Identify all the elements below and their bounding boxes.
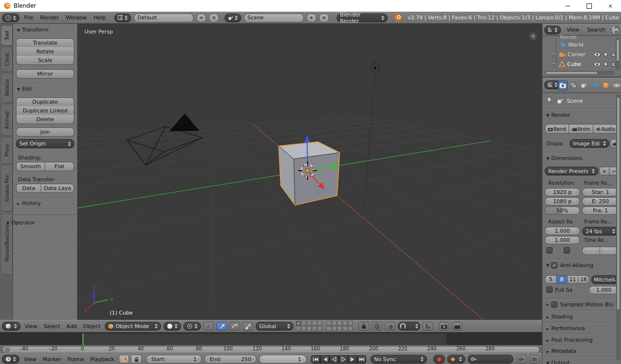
render-audio-button[interactable]: Audio [593,124,619,134]
resolution-x-field[interactable]: ‹1920 p› [545,188,580,196]
translate-manipulator-button[interactable] [216,322,227,331]
layers-widget-group1[interactable] [296,321,323,332]
camera-object[interactable] [127,113,202,165]
render-engine-selector[interactable]: Blender Render [337,14,388,22]
aa-sample-11[interactable]: 11 [568,275,579,284]
next-keyframe-button[interactable] [348,355,357,364]
opengl-render-image-button[interactable] [439,322,449,331]
data-layout-button[interactable]: Data Layo [41,184,74,193]
aa-sample-8[interactable]: 8 [556,275,568,284]
render-border-button[interactable] [372,322,382,331]
close-button[interactable]: × [600,0,621,12]
render-still-button[interactable]: Rend [545,124,569,134]
current-frame-field[interactable]: ‹ 1 › [259,355,307,364]
frame-start-field[interactable]: ‹Star: 1› [582,188,619,196]
play-reverse-button[interactable] [329,355,339,364]
aspect-y-field[interactable]: ‹1.000› [545,236,580,244]
tab-physics[interactable]: Physi [1,137,13,164]
duplicate-linked-button[interactable]: Duplicate Linked [16,106,74,115]
delete-keyframe-button[interactable] [529,355,540,364]
default-cube[interactable] [278,142,340,206]
aa-samples-segment[interactable]: 5 8 11 16 [545,275,589,284]
object-menu[interactable]: Object [81,323,102,330]
breadcrumb[interactable]: Scene [567,98,583,104]
panel-render-header[interactable]: ▼Render [546,112,570,118]
layer-cell[interactable] [327,326,331,331]
expand-icon[interactable]: + [551,62,556,67]
timeline-view-menu[interactable]: View [22,356,38,363]
outliner-row-camera[interactable]: + Camer [542,49,620,59]
border-checkbox[interactable] [546,247,553,253]
snap-element-button[interactable] [423,322,433,331]
panel-edit-header[interactable]: ▼Edit [17,86,32,92]
layer-cell[interactable] [307,321,311,326]
3d-viewport[interactable]: User Persp (1) Cube + z y x [78,24,542,320]
opengl-render-animation-button[interactable] [452,322,462,331]
viewport-shading-selector[interactable] [163,322,181,331]
view-menu[interactable]: View [23,323,39,330]
editor-type-3dview-selector[interactable] [2,322,20,331]
crop-checkbox[interactable] [564,247,570,253]
layer-cell[interactable] [343,326,347,331]
tab-constraints[interactable] [612,80,621,91]
panel-shading-header[interactable]: ►Shading [546,314,573,320]
viewport-canvas[interactable] [78,24,542,320]
delete-scene-button[interactable]: × [319,14,329,22]
lock-to-scene-button[interactable] [359,322,369,331]
aspect-x-field[interactable]: ‹1.000› [545,227,580,235]
jump-to-end-button[interactable] [357,355,366,364]
maximize-button[interactable] [578,0,600,12]
preview-range-button[interactable] [119,355,129,364]
visibility-eye-icon[interactable] [594,62,601,66]
screen-layout-icon-selector[interactable] [114,14,131,22]
panel-antialiasing-header[interactable]: ▼✓Anti-Aliasing [546,262,593,269]
aa-sample-5[interactable]: 5 [545,275,556,284]
layer-cell[interactable] [312,326,317,331]
motion-blur-checkbox[interactable] [551,301,557,308]
menu-render[interactable]: Render [38,15,61,21]
outliner-row-world[interactable]: World [542,40,620,49]
tab-world[interactable] [590,80,600,91]
tab-scene[interactable] [579,80,589,91]
resolution-y-field[interactable]: ‹1080 p› [545,197,580,206]
tab-grease-pencil[interactable]: Grease Pen [1,165,13,211]
delete-button[interactable]: Delete [16,115,74,124]
editor-type-outliner-selector[interactable] [544,26,561,34]
visibility-eye-icon[interactable] [594,52,601,57]
frame-end-field[interactable]: ‹E: 250› [582,197,619,206]
panel-operator-header[interactable]: ▼Operator [6,220,35,226]
full-sample-checkbox[interactable] [546,286,553,293]
panel-drag-dots[interactable]: :::: [614,361,618,364]
select-menu[interactable]: Select [42,323,62,330]
mode-selector[interactable]: Object Mode [105,322,161,331]
menu-file[interactable]: File [22,15,35,21]
panel-drag-dots[interactable]: :::: [70,201,74,206]
add-scene-button[interactable]: + [307,14,316,22]
fps-dropdown[interactable]: 24 fps [582,227,619,236]
tab-animation[interactable]: Animati [1,104,13,136]
snap-selector[interactable] [398,322,420,331]
expand-icon[interactable]: + [551,52,556,57]
time-remap-old-field[interactable]: ‹› [582,247,600,255]
keying-set-selector[interactable] [447,355,465,364]
layer-cell[interactable] [348,326,353,331]
panel-motion-blur-header[interactable]: ►Sampled Motion Blu [546,301,618,308]
selectability-cursor-icon[interactable] [604,62,608,67]
frame-step-field[interactable]: ‹Fra: 1› [582,206,619,215]
scale-button[interactable]: Scale [16,56,74,65]
pin-icon[interactable] [546,97,553,104]
panel-transform-header[interactable]: ▼Transform [17,27,49,33]
layer-cell[interactable] [296,321,301,326]
layer-cell[interactable] [327,321,331,326]
layer-cell[interactable] [301,321,306,326]
aa-size-field[interactable]: ‹1.000› [589,286,619,294]
timeline-frame-menu[interactable]: Frame [65,356,86,363]
translate-button[interactable]: Translate [16,38,74,47]
tab-render[interactable] [558,80,568,91]
layer-cell[interactable] [337,326,342,331]
layer-cell[interactable] [343,321,347,326]
start-frame-field[interactable]: ‹ Start: 1 › [146,355,202,364]
timeline-playback-menu[interactable]: Playback [88,356,116,363]
outliner-hscroll-thumb[interactable] [545,71,598,75]
add-preset-button[interactable]: + [599,167,609,175]
